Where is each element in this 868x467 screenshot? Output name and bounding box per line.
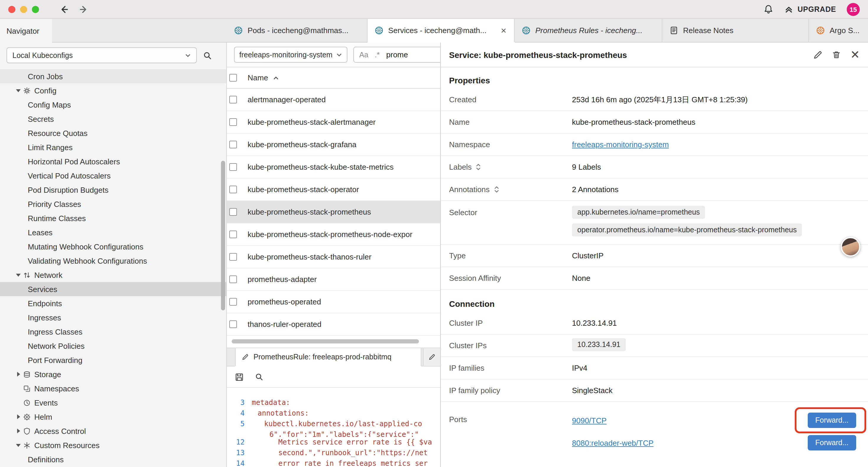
sidebar-item[interactable]: Namespaces [0,381,226,396]
row-checkbox[interactable] [229,298,237,305]
chevron-icon[interactable] [16,414,21,420]
chevron-icon[interactable] [16,371,21,377]
sidebar-item[interactable]: Leases [0,225,226,239]
editor-tab[interactable]: Release Notes × [662,19,809,42]
table-row[interactable]: kube-prometheus-stack-thanos-ruler [227,246,440,268]
kubeconfig-selector[interactable]: Local Kubeconfigs [6,47,197,63]
delete-service-button[interactable] [832,50,841,59]
table-search-field[interactable]: Aa .* prome [353,47,440,63]
regex-toggle[interactable]: .* [375,51,380,59]
sidebar-item[interactable]: Definitions [0,452,226,466]
window-minimize-button[interactable] [20,6,27,13]
sidebar-item[interactable]: Config [0,83,226,97]
sidebar-item[interactable]: Cron Jobs [0,69,226,83]
sidebar-search-icon[interactable] [203,51,212,60]
row-checkbox[interactable] [229,208,237,216]
yaml-editor[interactable]: 3 metadata: 4 annotations: 5 kubectl.kub… [227,388,440,467]
sidebar-item[interactable]: Access Control [0,424,226,438]
select-all-checkbox[interactable] [229,74,237,82]
expand-toggle-icon[interactable] [476,163,481,171]
forward-button[interactable]: Forward... [807,435,856,450]
namespace-filter-select[interactable]: freeleaps-monitoring-system [234,47,347,63]
row-checkbox[interactable] [229,163,237,171]
editor-search-icon[interactable] [255,372,264,381]
editor-tab[interactable]: Argo S... × [809,19,868,42]
save-icon[interactable] [235,372,244,382]
table-row[interactable]: alertmanager-operated [227,89,440,111]
notifications-bell-icon[interactable] [763,4,773,14]
table-row[interactable]: kube-prometheus-stack-prometheus [227,201,440,224]
sidebar-item[interactable]: Horizontal Pod Autoscalers [0,154,226,169]
table-row[interactable]: kube-prometheus-stack-kube-state-metrics [227,156,440,178]
sidebar-item[interactable]: Validating Webhook Configurations [0,254,226,268]
sidebar-item[interactable]: Secrets [0,112,226,126]
upgrade-button[interactable]: UPGRADE [784,4,836,14]
row-checkbox[interactable] [229,185,237,193]
edit-service-button[interactable] [813,50,823,59]
tab-close-icon[interactable]: × [500,26,507,35]
sidebar-item[interactable]: Runtime Classes [0,211,226,225]
sidebar-item[interactable]: Network Policies [0,339,226,353]
chevron-icon[interactable] [16,385,21,391]
row-checkbox[interactable] [229,141,237,148]
forward-button[interactable]: Forward... [807,413,856,428]
row-checkbox[interactable] [229,320,237,328]
dock-tab-prometheusrule[interactable]: PrometheusRule: freeleaps-prod-rabbitmq [235,348,421,366]
table-row[interactable]: kube-prometheus-stack-alertmanager [227,111,440,134]
sidebar-item[interactable]: Ingress Classes [0,324,226,339]
expand-toggle-icon[interactable] [494,185,499,193]
horizontal-scrollbar-thumb[interactable] [231,339,419,344]
dock-tab-partial[interactable] [423,348,440,366]
chevron-icon[interactable] [16,442,21,448]
sidebar-item[interactable]: Priority Classes [0,197,226,211]
sidebar-item[interactable]: Events [0,396,226,410]
sidebar-item[interactable]: Network [0,268,226,282]
window-maximize-button[interactable] [32,6,39,13]
chevron-icon[interactable] [16,428,21,434]
sidebar-item[interactable]: Config Maps [0,97,226,112]
navigator-tab[interactable]: Navigator [0,19,52,42]
row-checkbox[interactable] [229,118,237,126]
close-drawer-icon[interactable]: ✕ [850,49,860,60]
sidebar-item[interactable]: Pod Disruption Budgets [0,183,226,197]
match-case-toggle[interactable]: Aa [359,51,368,59]
chevron-icon[interactable] [16,87,21,93]
port-link-8080[interactable]: 8080:reloader-web/TCP [572,438,653,447]
sidebar-item[interactable]: Custom Resources [0,438,226,452]
chevron-icon[interactable] [16,272,21,278]
sidebar-item[interactable]: Services [0,282,226,296]
property-row-namespace: Namespace freeleaps-monitoring-system [441,134,868,156]
table-row[interactable]: thanos-ruler-operated [227,313,440,336]
table-row[interactable]: kube-prometheus-stack-operator [227,178,440,201]
table-row[interactable]: kube-prometheus-stack-prometheus-node-ex… [227,224,440,246]
sidebar-item[interactable]: Port Forwarding [0,353,226,367]
row-checkbox[interactable] [229,231,237,238]
column-header-name[interactable]: Name [248,73,279,82]
row-checkbox[interactable] [229,275,237,283]
sidebar-item[interactable]: Storage [0,367,226,381]
notification-count-badge[interactable]: 15 [847,3,860,16]
sidebar-item[interactable]: Limit Ranges [0,140,226,154]
user-avatar[interactable] [841,237,860,257]
table-row[interactable]: prometheus-adapter [227,268,440,291]
table-row[interactable]: prometheus-operated [227,291,440,313]
sidebar-item[interactable]: Resource Quotas [0,126,226,140]
chevron-icon[interactable] [16,400,21,406]
sidebar-scrollbar-thumb[interactable] [221,161,225,310]
editor-tab[interactable]: Pods - icecheng@mathmas... × [227,19,368,42]
sidebar-item[interactable]: Mutating Webhook Configurations [0,239,226,254]
sidebar-item[interactable]: Helm [0,410,226,424]
back-arrow-icon[interactable] [59,4,68,14]
sidebar-item[interactable]: Ingresses [0,310,226,324]
row-checkbox[interactable] [229,253,237,261]
port-link-9090[interactable]: 9090/TCP [572,416,607,425]
sidebar-item[interactable]: Endpoints [0,296,226,310]
forward-arrow-icon[interactable] [79,4,89,14]
editor-tab[interactable]: Prometheus Rules - icecheng... × [515,19,662,42]
editor-tab[interactable]: Services - icecheng@math... × [368,19,515,42]
sidebar-item[interactable]: Vertical Pod Autoscalers [0,169,226,183]
namespace-link[interactable]: freeleaps-monitoring-system [572,140,669,149]
row-checkbox[interactable] [229,96,237,104]
table-row[interactable]: kube-prometheus-stack-grafana [227,134,440,156]
window-close-button[interactable] [8,6,16,13]
